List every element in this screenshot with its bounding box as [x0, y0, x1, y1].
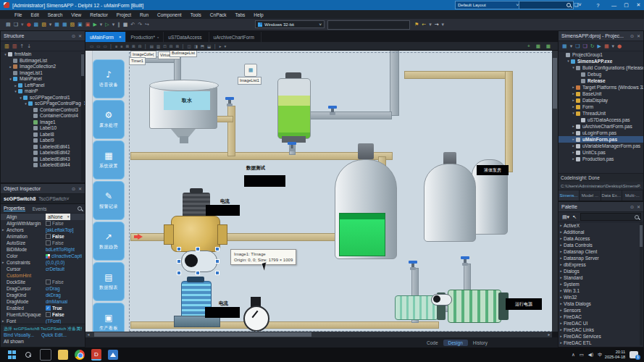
expand-chevron-icon[interactable]: ▸	[559, 281, 564, 287]
layers-icon[interactable]: ❏˅	[572, 2, 583, 8]
expand-chevron-icon[interactable]: ▸	[559, 222, 564, 229]
switch-knob-2[interactable]	[433, 295, 440, 303]
designer-tool-icon[interactable]: │	[110, 44, 112, 49]
project-tree-item[interactable]: ▸ BaseUnit	[559, 90, 643, 97]
expand-chevron-icon[interactable]: ▸	[571, 123, 576, 130]
project-tool-icon[interactable]: ▦	[562, 43, 567, 49]
expand-chevron-icon[interactable]: ▸	[8, 64, 13, 70]
palette-category[interactable]: ▸ Vista Dialogs	[559, 300, 643, 307]
palette-category[interactable]: ▸ Additional	[559, 229, 643, 235]
help-icon[interactable]: ?	[593, 3, 603, 8]
scada-nav-button[interactable]: ↗ 数据趋势	[93, 222, 125, 261]
pin-icon[interactable]: ⊙	[630, 34, 634, 38]
tab-properties[interactable]: Properties	[4, 206, 25, 211]
property-value[interactable]: dmManual	[46, 298, 67, 305]
project-bottom-tab[interactable]: Data Ex...	[601, 190, 622, 201]
nav-icon[interactable]: ▾	[429, 22, 432, 28]
selection-handle[interactable]	[215, 247, 219, 251]
project-tool-icon[interactable]: ▶	[598, 43, 601, 49]
structure-tree-item[interactable]: Image1	[1, 119, 85, 126]
expand-chevron-icon[interactable]: ▸	[559, 320, 564, 327]
checkbox-icon[interactable]	[46, 279, 51, 285]
toolbar-icon[interactable]: ▤	[6, 22, 11, 28]
expand-chevron-icon[interactable]: ▸	[559, 307, 564, 313]
structure-tree-item[interactable]: ▸ LeftPanel	[1, 83, 85, 89]
designer-tool-icon[interactable]: ⬓	[207, 44, 211, 49]
structure-tool-icon[interactable]: ↑	[20, 43, 24, 49]
property-row[interactable]: DragMode dmManual	[1, 298, 85, 305]
scroll-left-icon[interactable]: ◄	[85, 332, 91, 337]
close-tab-icon[interactable]: ×	[119, 35, 122, 39]
toolbar-icon[interactable]: ▦	[54, 22, 59, 28]
project-tree-item[interactable]: ▸ UnitCs.pas	[559, 149, 643, 156]
scada-nav-button[interactable]: ✎ 报警记录	[93, 181, 125, 220]
designer-tool-icon[interactable]: ▭	[90, 44, 93, 49]
pin-icon[interactable]: ⊙	[72, 187, 75, 191]
project-tree-item[interactable]: Debug	[559, 71, 643, 77]
palette-category[interactable]: ▸ Sensors	[559, 307, 643, 313]
menu-item[interactable]: Tools	[186, 12, 206, 17]
expand-chevron-icon[interactable]: ▸	[571, 156, 576, 162]
project-tree-item[interactable]: ▸ Production.pas	[559, 156, 643, 162]
project-bottom-tab[interactable]: Multi-...	[622, 190, 643, 201]
expand-chevron-icon[interactable]: ▸	[571, 143, 576, 149]
close-icon[interactable]: ✕	[637, 34, 640, 38]
toolbar-icon[interactable]: ▩	[34, 22, 39, 28]
palette-category[interactable]: ▸ FireDAC UI	[559, 320, 643, 327]
current-value-box-1[interactable]	[206, 205, 240, 216]
structure-tree-item[interactable]: ContainerControl3	[1, 107, 85, 114]
expand-chevron-icon[interactable]: ▸	[559, 248, 564, 255]
toolbar-icon[interactable]: ↪	[145, 22, 149, 28]
toolbar-icon[interactable]: ▶	[93, 22, 96, 28]
property-value[interactable]: clInactiveCapti	[51, 253, 82, 259]
property-value[interactable]: (0,0,(0,0)	[46, 259, 64, 266]
taskbar-search-icon[interactable]	[23, 350, 33, 360]
palette-category[interactable]: ▸ FireDAC	[559, 313, 643, 320]
expand-chevron-icon[interactable]: ▸	[571, 97, 576, 104]
property-row[interactable]: Color clInactiveCapti	[1, 253, 85, 259]
structure-tree-item[interactable]: ImageList1	[1, 70, 85, 77]
property-value[interactable]: dkDrag	[46, 292, 61, 298]
scada-nav-button[interactable]: ▣ 生产看板	[93, 303, 125, 332]
property-row[interactable]: DockSite False	[1, 279, 85, 285]
structure-tree-item[interactable]: Label10	[1, 125, 85, 132]
titlebar-search-input[interactable]	[519, 1, 574, 9]
designer-tool-icon[interactable]: ▸	[219, 44, 222, 49]
selection-handle[interactable]	[177, 247, 181, 251]
project-tree-item[interactable]: ▾ SimensAPP.exe	[559, 58, 643, 64]
delphi-taskbar-icon[interactable]: D	[91, 349, 101, 361]
project-tree-item[interactable]: ▾ Build Configurations (Release)	[559, 64, 643, 71]
property-value[interactable]: crDefault	[46, 266, 64, 272]
designer-tool-icon[interactable]: ⊞	[132, 44, 135, 49]
menu-item[interactable]: File	[10, 12, 26, 17]
designer-tool-icon[interactable]: +	[527, 43, 530, 49]
view-tab[interactable]: Design	[443, 340, 468, 346]
structure-tree-item[interactable]: ContainerControl4	[1, 113, 85, 119]
palette-category[interactable]: ▸ FireDAC ETL	[559, 340, 643, 346]
structure-tool-icon[interactable]: ▥	[12, 43, 17, 49]
property-value[interactable]: [akLeftakTop]	[46, 227, 74, 233]
expand-chevron-icon[interactable]: ▾	[18, 95, 23, 101]
palette-scrollbar[interactable]	[640, 222, 643, 345]
designer-tool-icon[interactable]: ≡	[120, 44, 122, 49]
data-test-label[interactable]: 数据测试	[246, 165, 265, 172]
expand-chevron-icon[interactable]: ▾	[13, 88, 18, 95]
designer-tool-icon[interactable]: │	[182, 44, 184, 49]
palette-category[interactable]: ▸ FireDAC Services	[559, 333, 643, 340]
structure-tree-item[interactable]: ▾ scGPPageControlPage1	[1, 101, 85, 107]
project-tree-item[interactable]: ▸ DataDisplay	[559, 97, 643, 104]
expand-chevron-icon[interactable]: ▸	[571, 136, 576, 143]
project-tree-item[interactable]: ▾ ThreadUnit	[559, 110, 643, 117]
designer-tool-icon[interactable]: ▤	[150, 44, 154, 49]
structure-tool-icon[interactable]: ↓	[27, 43, 31, 49]
toolbar-icon[interactable]: ‖	[117, 22, 120, 28]
toolbar-icon[interactable]: ▾	[21, 22, 24, 28]
chrome-icon[interactable]	[75, 350, 85, 360]
designer-tool-icon[interactable]: ⊟	[170, 44, 173, 49]
designer-tool-icon[interactable]: ▦	[536, 43, 540, 49]
palette-category[interactable]: ▸ Win 3.1	[559, 287, 643, 294]
structure-tree-item[interactable]: LabeledEdit42	[1, 150, 85, 156]
task-view-icon[interactable]	[40, 349, 51, 361]
property-value[interactable]: alNone	[46, 214, 70, 220]
imagelist-component-icon[interactable]: ▦	[244, 64, 257, 77]
